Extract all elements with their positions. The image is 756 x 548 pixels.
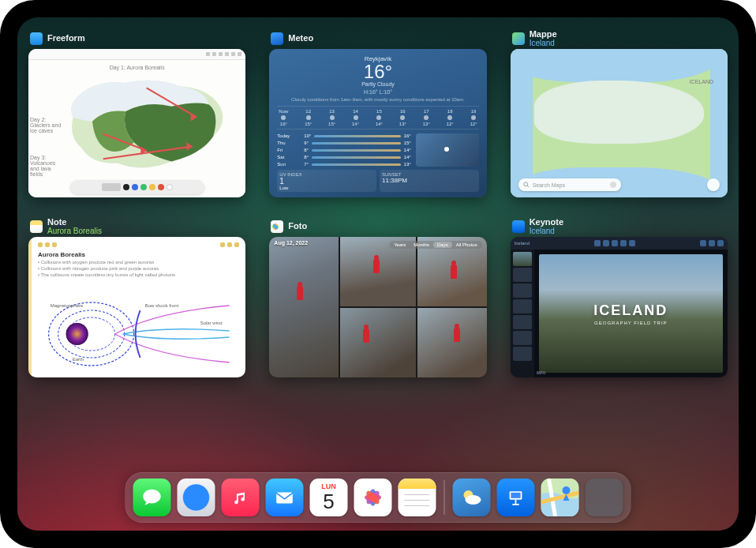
svg-rect-38: [515, 500, 517, 504]
keynote-thumbnail[interactable]: Iceland: [511, 237, 728, 377]
freeform-label-day3: Day 3: Volcanoes and lava fields: [30, 155, 65, 177]
freeform-app-icon: [30, 32, 43, 45]
siri-icon: [610, 182, 616, 188]
segment-years[interactable]: Years: [390, 242, 410, 248]
svg-rect-39: [512, 504, 519, 505]
note-heading: Aurora Borealis: [38, 251, 239, 258]
notes-toolbar: [38, 241, 239, 249]
svg-rect-37: [511, 493, 520, 498]
window-header: Mappe Iceland: [511, 32, 728, 49]
segment-days[interactable]: Days: [433, 242, 452, 248]
window-title: Meteo: [288, 34, 313, 43]
window-subtitle: Aurora Borealis: [47, 227, 102, 236]
freeform-thumbnail[interactable]: Day 1: Aurora Borealis Day 2: Glaciers a…: [28, 49, 245, 197]
dock-keynote-icon[interactable]: [497, 479, 535, 516]
weather-condition: Partly Cloudy: [277, 81, 478, 87]
search-icon: [523, 182, 530, 188]
window-subtitle: Iceland: [530, 227, 563, 236]
svg-point-8: [49, 302, 134, 366]
maps-app-icon: [512, 32, 525, 45]
window-title: Freeform: [47, 34, 85, 43]
svg-text:Bow shock front: Bow shock front: [145, 303, 179, 308]
dock-app-library-icon[interactable]: [586, 479, 623, 516]
window-freeform[interactable]: Freeform Day 1: Aurora Borealis Day 2: G…: [28, 32, 245, 197]
window-header: Note Aurora Borealis: [28, 220, 245, 237]
window-title: Keynote: [530, 218, 563, 227]
dock-calendar-icon[interactable]: LUN 5: [310, 479, 348, 516]
window-header: Keynote Iceland: [511, 220, 728, 237]
photos-app-icon: [271, 220, 283, 233]
svg-point-35: [466, 495, 481, 505]
window-header: Foto: [269, 220, 486, 237]
meteo-thumbnail[interactable]: Reykjavík 16° Partly Cloudy H:16° L:10° …: [269, 49, 486, 197]
calendar-day: 5: [310, 490, 348, 514]
dock-notes-icon[interactable]: [399, 479, 436, 516]
weather-hourly: Now16° 1215° 1315° 1414° 1514° 1613° 171…: [277, 106, 478, 129]
dock-safari-icon[interactable]: [178, 479, 215, 516]
window-keynote[interactable]: Keynote Iceland Iceland: [511, 220, 728, 377]
weather-location: Reykjavík: [277, 55, 478, 62]
window-mappe[interactable]: Mappe Iceland ICELAND Search: [511, 32, 728, 197]
window-meteo[interactable]: Meteo Reykjavík 16° Partly Cloudy H:16° …: [269, 32, 486, 197]
map-region-label: ICELAND: [690, 79, 713, 84]
segment-months[interactable]: Months: [410, 242, 433, 248]
weather-forecast: Today10°16° Thu9°15° Fri8°14° Sat8°14° S…: [277, 133, 410, 167]
ipad-frame: Freeform Day 1: Aurora Borealis Day 2: G…: [0, 0, 756, 548]
maps-search-field[interactable]: Search Maps: [518, 178, 621, 191]
window-title: Note: [47, 218, 102, 227]
svg-text:Solar wind: Solar wind: [200, 321, 223, 325]
weather-temperature: 16°: [277, 62, 478, 81]
photo-tile[interactable]: [340, 308, 416, 377]
svg-point-12: [66, 323, 88, 345]
stage-manager-windows: Freeform Day 1: Aurora Borealis Day 2: G…: [17, 32, 739, 377]
map-illustration: [63, 71, 230, 180]
segment-all[interactable]: All Photos: [452, 242, 481, 248]
weather-map-tile: [416, 133, 479, 167]
locate-button[interactable]: [707, 178, 720, 191]
note-bullet: • Collisions with oxygen produce red and…: [38, 260, 239, 265]
zoom-level[interactable]: 66%: [537, 370, 546, 375]
photos-view-segments[interactable]: Years Months Days All Photos: [389, 241, 482, 249]
note-thumbnail[interactable]: Aurora Borealis • Collisions with oxygen…: [28, 237, 245, 377]
mappe-thumbnail[interactable]: ICELAND Search Maps: [511, 49, 728, 197]
slide-subtitle: GEOGRAPHY FIELD TRIP: [594, 321, 667, 325]
dock-messages-icon[interactable]: [133, 479, 171, 516]
window-foto[interactable]: Foto Aug 12, 2022 Years Months Days All …: [269, 220, 486, 377]
svg-rect-25: [276, 492, 293, 503]
sunset-tile: SUNSET 11:38PM: [380, 170, 479, 192]
slide-navigator[interactable]: [511, 250, 534, 377]
freeform-label-day1: Day 1: Aurora Borealis: [110, 65, 165, 70]
screen: Freeform Day 1: Aurora Borealis Day 2: G…: [17, 17, 739, 531]
dock-photos-icon[interactable]: [354, 479, 392, 516]
freeform-toolbar: [28, 49, 245, 60]
svg-line-7: [527, 186, 529, 187]
slide-canvas[interactable]: ICELAND GEOGRAPHY FIELD TRIP 66%: [534, 250, 728, 377]
window-title: Mappe: [530, 30, 557, 39]
weather-hilo: H:16° L:10°: [277, 89, 478, 95]
note-bullet: • The collisions create countless tiny b…: [38, 272, 239, 277]
window-subtitle: Iceland: [530, 39, 557, 48]
slide-title: ICELAND: [593, 302, 668, 319]
uv-tile: UV INDEX 1 Low: [277, 170, 376, 192]
freeform-pencil-toolbar: [70, 180, 204, 194]
dock-weather-icon[interactable]: [453, 479, 491, 516]
photos-date: Aug 12, 2022: [274, 240, 308, 246]
dock-maps-icon[interactable]: [541, 479, 579, 516]
keynote-app-icon: [512, 220, 525, 233]
svg-point-41: [563, 486, 571, 494]
svg-point-6: [523, 182, 527, 186]
notes-app-icon: [30, 220, 43, 233]
dock-music-icon[interactable]: [222, 479, 260, 516]
note-bullet: • Collisions with nitrogen produce pink …: [38, 266, 239, 271]
dock-separator: [444, 480, 445, 515]
window-title: Foto: [288, 222, 307, 231]
svg-text:Magnetosphere: Magnetosphere: [51, 303, 84, 308]
photo-tile[interactable]: [269, 237, 339, 377]
foto-thumbnail[interactable]: Aug 12, 2022 Years Months Days All Photo…: [269, 237, 486, 377]
freeform-label-day2: Day 2: Glaciers and ice caves: [30, 117, 65, 133]
weather-description: Cloudy conditions from 1am–9am, with mos…: [277, 97, 478, 106]
window-note[interactable]: Note Aurora Borealis Aurora Borealis • C…: [28, 220, 245, 377]
photo-tile[interactable]: [417, 308, 487, 377]
dock-mail-icon[interactable]: [266, 479, 304, 516]
window-header: Freeform: [28, 32, 245, 49]
